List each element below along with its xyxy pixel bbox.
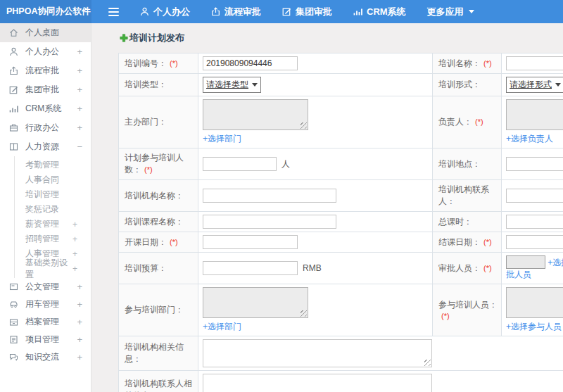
org-info-textarea[interactable] [203, 339, 432, 367]
sidebar-item-admin-office[interactable]: 行政办公 + [0, 118, 91, 137]
sidebar-item-projects[interactable]: 项目管理 + [0, 331, 91, 348]
nav-more-apps[interactable]: 更多应用 [427, 6, 474, 18]
org-name-input[interactable] [203, 189, 336, 203]
org-contact-info-textarea[interactable] [203, 374, 432, 392]
caret-down-icon [555, 83, 561, 87]
sidebar-item-documents[interactable]: 公文管理 + [0, 278, 91, 296]
archive-icon [9, 317, 19, 327]
field-label: 计划参与培训人数：(*) [119, 148, 198, 180]
expand-plus-icon: + [77, 84, 82, 95]
nav-workflow-approval[interactable]: 流程审批 [211, 6, 261, 18]
select-join-person-link[interactable]: +选择参与人员 [506, 321, 562, 333]
sidebar-item-label: CRM系统 [25, 103, 61, 115]
hamburger-menu-icon[interactable] [108, 6, 119, 18]
sidebar-item-label: 个人桌面 [25, 27, 59, 39]
budget-input[interactable] [203, 261, 298, 275]
join-dept-textarea[interactable] [203, 287, 308, 318]
nav-personal-office[interactable]: 个人办公 [140, 6, 190, 18]
sidebar-item-vehicles[interactable]: 用车管理 + [0, 296, 91, 313]
expand-plus-icon: + [77, 299, 82, 310]
expand-plus-icon: + [77, 334, 82, 345]
sidebar-subitem-training[interactable]: 培训管理 [15, 187, 91, 202]
sidebar-item-label: 档案管理 [25, 316, 59, 328]
required-marker: (*) [144, 165, 153, 174]
doc-icon [9, 282, 19, 292]
sidebar-subitem-label: 薪资管理 [25, 218, 59, 230]
sidebar-item-personal-desktop[interactable]: 个人桌面 [0, 23, 91, 42]
sidebar-subitem-reward-record[interactable]: 奖惩记录 [15, 202, 91, 217]
user-icon [9, 47, 19, 57]
field-label: 参与培训人员：(*) [433, 284, 502, 336]
chart-icon [9, 104, 19, 114]
host-dept-textarea[interactable] [203, 99, 308, 130]
course-name-input[interactable] [203, 215, 336, 229]
approver-input[interactable] [506, 255, 545, 269]
form-row-type-mode: 培训类型： 请选择类型 培训形式： 请选择形式 [119, 74, 563, 96]
sidebar-subitem-label: 培训管理 [25, 189, 59, 201]
required-marker: (*) [441, 312, 450, 320]
training-code-input[interactable] [203, 56, 298, 70]
app-logo: PHPOA协同办公软件 [0, 0, 91, 23]
nav-crm[interactable]: CRM系统 [353, 6, 406, 18]
training-mode-select[interactable]: 请选择形式 [506, 77, 563, 93]
sidebar-subitem-label: 招聘管理 [25, 233, 59, 245]
field-label: 开课日期：(*) [119, 232, 198, 253]
field-label: 参与培训部门： [119, 284, 198, 336]
field-label: 培训地点： [433, 148, 502, 180]
form-row-dept-leader: 主办部门： +选择部门 负责人：(*) +选择负责人 [119, 96, 563, 148]
form-row-course-hours: 培训课程名称： 总课时： [119, 212, 563, 232]
home-icon [9, 28, 19, 38]
leader-textarea[interactable] [506, 99, 563, 130]
nav-label: 流程审批 [224, 6, 261, 18]
required-marker: (*) [170, 238, 178, 246]
org-contact-input[interactable] [506, 189, 563, 203]
sidebar-item-label: 用车管理 [25, 298, 59, 310]
sidebar-item-archives[interactable]: 档案管理 + [0, 313, 91, 331]
select-leader-link[interactable]: +选择负责人 [506, 133, 553, 145]
sidebar-item-group-approval[interactable]: 集团审批 + [0, 80, 91, 99]
sidebar-subitem-recruitment[interactable]: 招聘管理+ [15, 232, 91, 246]
plan-count-input[interactable] [203, 157, 277, 171]
sidebar-item-workflow-approval[interactable]: 流程审批 + [0, 61, 91, 80]
collapse-minus-icon: − [77, 141, 82, 152]
location-input[interactable] [506, 157, 563, 171]
sidebar-item-personal-office[interactable]: 个人办公 + [0, 42, 91, 61]
sidebar-item-label: 个人办公 [25, 46, 59, 58]
field-label: 主办部门： [119, 96, 198, 148]
field-label: 培训课程名称： [119, 212, 198, 232]
end-date-input[interactable] [506, 235, 563, 249]
field-label: 结课日期：(*) [433, 232, 502, 253]
training-plan-form: 培训编号：(*) 培训名称：(*) 培训类型： 请选择类型 培训形式： 请选择形… [118, 53, 563, 392]
field-label: 培训机构联系人： [433, 180, 502, 212]
sidebar-subitem-hr-contract[interactable]: 人事合同 [15, 172, 91, 187]
caret-down-icon [469, 10, 474, 13]
nav-group-approval[interactable]: 集团审批 [282, 6, 332, 18]
sidebar-subitem-base-category[interactable]: 基础类别设置+ [15, 261, 91, 276]
sidebar-subitem-label: 基础类别设置 [25, 257, 72, 281]
sidebar-item-knowledge[interactable]: 知识交流 + [0, 348, 91, 366]
currency-suffix: RMB [303, 263, 322, 273]
expand-plus-icon: + [77, 46, 82, 57]
sidebar-item-label: 知识交流 [25, 351, 59, 363]
expand-plus-icon: + [72, 249, 77, 259]
sidebar-item-crm[interactable]: CRM系统 + [0, 99, 91, 118]
join-person-textarea[interactable] [506, 287, 563, 318]
training-name-input[interactable] [506, 56, 563, 70]
select-dept-link[interactable]: +选择部门 [203, 133, 241, 145]
nav-label: 个人办公 [153, 6, 190, 18]
plus-green-icon [120, 34, 129, 42]
nav-label: 集团审批 [296, 6, 332, 18]
form-row-orgname-orgcontact: 培训机构名称： 培训机构联系人： [119, 180, 563, 212]
page-title: 培训计划发布 [120, 32, 563, 44]
total-hours-input[interactable] [506, 215, 563, 229]
training-type-select[interactable]: 请选择类型 [203, 77, 261, 93]
form-row-dates: 开课日期：(*) 结课日期：(*) [119, 232, 563, 253]
sidebar-subitem-salary[interactable]: 薪资管理+ [15, 217, 91, 232]
start-date-input[interactable] [203, 235, 298, 249]
required-marker: (*) [483, 264, 492, 272]
sidebar-subitem-attendance[interactable]: 考勤管理 [15, 158, 91, 172]
app-header: PHPOA协同办公软件 个人办公 流程审批 集团审批 CRM系统 更多应用 [0, 0, 563, 23]
sidebar-item-label: 流程审批 [25, 65, 59, 77]
sidebar-item-hr[interactable]: 人力资源 − [0, 137, 91, 156]
select-join-dept-link[interactable]: +选择部门 [203, 321, 241, 333]
